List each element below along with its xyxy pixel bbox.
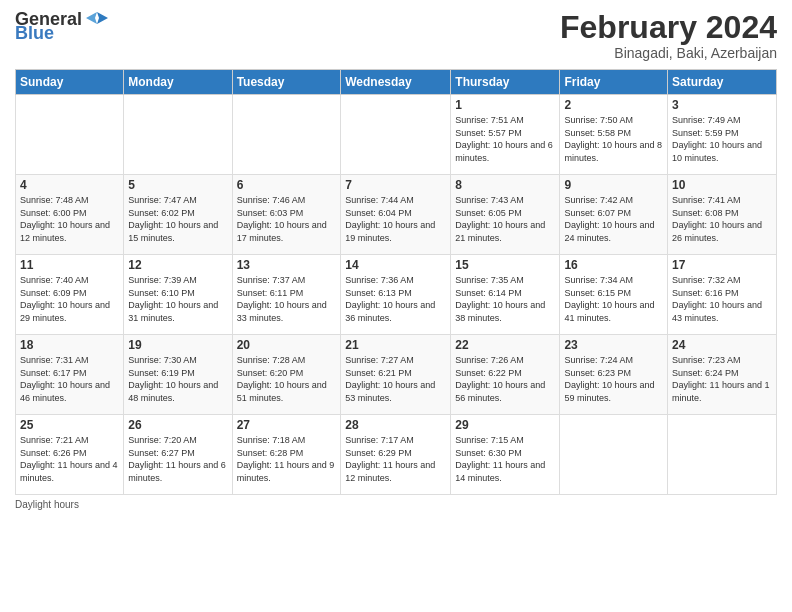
day-info: Sunrise: 7:27 AM Sunset: 6:21 PM Dayligh… [345,354,446,404]
calendar-cell: 15Sunrise: 7:35 AM Sunset: 6:14 PM Dayli… [451,255,560,335]
day-info: Sunrise: 7:36 AM Sunset: 6:13 PM Dayligh… [345,274,446,324]
calendar-week-1: 1Sunrise: 7:51 AM Sunset: 5:57 PM Daylig… [16,95,777,175]
day-number: 29 [455,418,555,432]
calendar-week-2: 4Sunrise: 7:48 AM Sunset: 6:00 PM Daylig… [16,175,777,255]
calendar-cell: 26Sunrise: 7:20 AM Sunset: 6:27 PM Dayli… [124,415,232,495]
calendar-cell: 19Sunrise: 7:30 AM Sunset: 6:19 PM Dayli… [124,335,232,415]
calendar-cell: 4Sunrise: 7:48 AM Sunset: 6:00 PM Daylig… [16,175,124,255]
day-number: 14 [345,258,446,272]
day-info: Sunrise: 7:23 AM Sunset: 6:24 PM Dayligh… [672,354,772,404]
day-number: 22 [455,338,555,352]
day-number: 23 [564,338,663,352]
day-info: Sunrise: 7:50 AM Sunset: 5:58 PM Dayligh… [564,114,663,164]
day-number: 2 [564,98,663,112]
calendar-cell: 9Sunrise: 7:42 AM Sunset: 6:07 PM Daylig… [560,175,668,255]
footer: Daylight hours [15,499,777,510]
location-subtitle: Binagadi, Baki, Azerbaijan [560,45,777,61]
day-number: 15 [455,258,555,272]
day-number: 20 [237,338,337,352]
calendar-cell: 18Sunrise: 7:31 AM Sunset: 6:17 PM Dayli… [16,335,124,415]
calendar-cell: 24Sunrise: 7:23 AM Sunset: 6:24 PM Dayli… [668,335,777,415]
day-number: 28 [345,418,446,432]
day-number: 19 [128,338,227,352]
day-info: Sunrise: 7:20 AM Sunset: 6:27 PM Dayligh… [128,434,227,484]
day-info: Sunrise: 7:30 AM Sunset: 6:19 PM Dayligh… [128,354,227,404]
day-info: Sunrise: 7:42 AM Sunset: 6:07 PM Dayligh… [564,194,663,244]
page-container: General Blue February 2024 Binagadi, Bak… [0,0,792,612]
col-saturday: Saturday [668,70,777,95]
day-number: 27 [237,418,337,432]
day-number: 17 [672,258,772,272]
day-info: Sunrise: 7:48 AM Sunset: 6:00 PM Dayligh… [20,194,119,244]
day-number: 18 [20,338,119,352]
day-info: Sunrise: 7:26 AM Sunset: 6:22 PM Dayligh… [455,354,555,404]
day-number: 11 [20,258,119,272]
day-number: 12 [128,258,227,272]
day-info: Sunrise: 7:31 AM Sunset: 6:17 PM Dayligh… [20,354,119,404]
calendar-cell: 2Sunrise: 7:50 AM Sunset: 5:58 PM Daylig… [560,95,668,175]
daylight-label: Daylight hours [15,499,79,510]
day-info: Sunrise: 7:17 AM Sunset: 6:29 PM Dayligh… [345,434,446,484]
logo-bird-icon [86,10,108,28]
day-number: 26 [128,418,227,432]
calendar-cell: 12Sunrise: 7:39 AM Sunset: 6:10 PM Dayli… [124,255,232,335]
calendar-cell: 22Sunrise: 7:26 AM Sunset: 6:22 PM Dayli… [451,335,560,415]
calendar-cell [341,95,451,175]
calendar-cell: 17Sunrise: 7:32 AM Sunset: 6:16 PM Dayli… [668,255,777,335]
day-number: 10 [672,178,772,192]
day-number: 24 [672,338,772,352]
calendar-cell [668,415,777,495]
calendar-cell [124,95,232,175]
svg-marker-0 [97,12,108,24]
col-sunday: Sunday [16,70,124,95]
svg-marker-1 [86,12,97,24]
calendar-cell: 13Sunrise: 7:37 AM Sunset: 6:11 PM Dayli… [232,255,341,335]
calendar-cell: 25Sunrise: 7:21 AM Sunset: 6:26 PM Dayli… [16,415,124,495]
calendar-cell: 6Sunrise: 7:46 AM Sunset: 6:03 PM Daylig… [232,175,341,255]
calendar-cell [232,95,341,175]
calendar-cell: 16Sunrise: 7:34 AM Sunset: 6:15 PM Dayli… [560,255,668,335]
calendar-week-4: 18Sunrise: 7:31 AM Sunset: 6:17 PM Dayli… [16,335,777,415]
day-number: 25 [20,418,119,432]
day-number: 5 [128,178,227,192]
day-info: Sunrise: 7:43 AM Sunset: 6:05 PM Dayligh… [455,194,555,244]
calendar-cell: 7Sunrise: 7:44 AM Sunset: 6:04 PM Daylig… [341,175,451,255]
col-wednesday: Wednesday [341,70,451,95]
calendar-cell: 29Sunrise: 7:15 AM Sunset: 6:30 PM Dayli… [451,415,560,495]
calendar-body: 1Sunrise: 7:51 AM Sunset: 5:57 PM Daylig… [16,95,777,495]
day-info: Sunrise: 7:28 AM Sunset: 6:20 PM Dayligh… [237,354,337,404]
col-tuesday: Tuesday [232,70,341,95]
col-thursday: Thursday [451,70,560,95]
day-number: 8 [455,178,555,192]
calendar-table: Sunday Monday Tuesday Wednesday Thursday… [15,69,777,495]
calendar-week-5: 25Sunrise: 7:21 AM Sunset: 6:26 PM Dayli… [16,415,777,495]
header: General Blue February 2024 Binagadi, Bak… [15,10,777,61]
day-number: 13 [237,258,337,272]
day-info: Sunrise: 7:46 AM Sunset: 6:03 PM Dayligh… [237,194,337,244]
calendar-cell: 14Sunrise: 7:36 AM Sunset: 6:13 PM Dayli… [341,255,451,335]
day-info: Sunrise: 7:35 AM Sunset: 6:14 PM Dayligh… [455,274,555,324]
day-info: Sunrise: 7:18 AM Sunset: 6:28 PM Dayligh… [237,434,337,484]
day-info: Sunrise: 7:24 AM Sunset: 6:23 PM Dayligh… [564,354,663,404]
day-info: Sunrise: 7:15 AM Sunset: 6:30 PM Dayligh… [455,434,555,484]
day-number: 9 [564,178,663,192]
day-number: 1 [455,98,555,112]
calendar-cell: 5Sunrise: 7:47 AM Sunset: 6:02 PM Daylig… [124,175,232,255]
day-number: 6 [237,178,337,192]
day-number: 3 [672,98,772,112]
day-info: Sunrise: 7:49 AM Sunset: 5:59 PM Dayligh… [672,114,772,164]
calendar-cell [16,95,124,175]
col-friday: Friday [560,70,668,95]
day-info: Sunrise: 7:37 AM Sunset: 6:11 PM Dayligh… [237,274,337,324]
calendar-cell: 10Sunrise: 7:41 AM Sunset: 6:08 PM Dayli… [668,175,777,255]
calendar-cell: 21Sunrise: 7:27 AM Sunset: 6:21 PM Dayli… [341,335,451,415]
col-monday: Monday [124,70,232,95]
day-info: Sunrise: 7:51 AM Sunset: 5:57 PM Dayligh… [455,114,555,164]
calendar-cell: 8Sunrise: 7:43 AM Sunset: 6:05 PM Daylig… [451,175,560,255]
calendar-cell: 3Sunrise: 7:49 AM Sunset: 5:59 PM Daylig… [668,95,777,175]
day-info: Sunrise: 7:39 AM Sunset: 6:10 PM Dayligh… [128,274,227,324]
calendar-cell [560,415,668,495]
calendar-cell: 20Sunrise: 7:28 AM Sunset: 6:20 PM Dayli… [232,335,341,415]
day-info: Sunrise: 7:47 AM Sunset: 6:02 PM Dayligh… [128,194,227,244]
day-info: Sunrise: 7:34 AM Sunset: 6:15 PM Dayligh… [564,274,663,324]
